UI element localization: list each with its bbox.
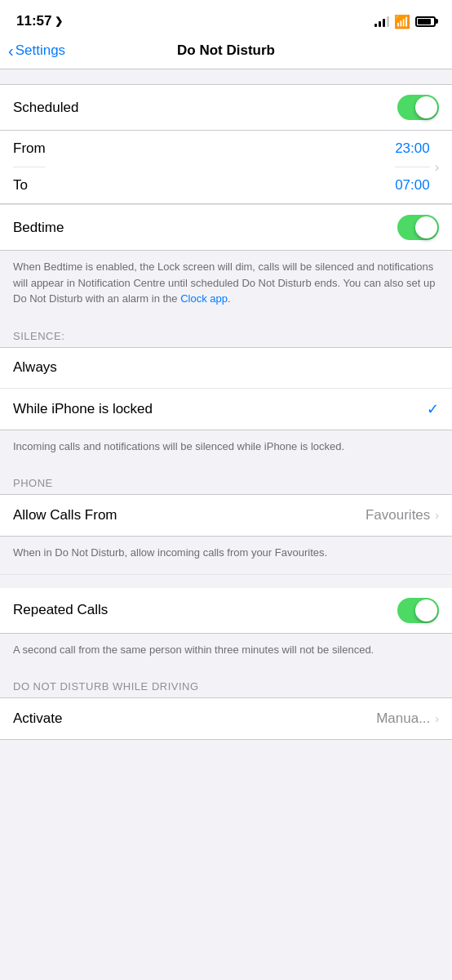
allow-calls-label: Allow Calls From: [13, 507, 117, 523]
status-bar: 11:57 ❯ 📶: [0, 0, 452, 36]
signal-bar-1: [374, 24, 377, 27]
scheduled-label: Scheduled: [13, 100, 78, 116]
always-label: Always: [13, 359, 57, 376]
to-value: 07:00: [395, 167, 430, 203]
activate-value-text: Manua...: [376, 710, 430, 727]
from-label: From: [13, 131, 46, 167]
status-time: 11:57 ❯: [16, 13, 63, 29]
signal-bar-2: [379, 21, 381, 27]
activate-label: Activate: [13, 710, 62, 727]
back-label: Settings: [16, 42, 65, 59]
from-to-values: 23:00 07:00: [395, 131, 430, 203]
nav-bar: ‹ Settings Do Not Disturb: [0, 36, 452, 69]
checkmark-icon: ✓: [427, 400, 439, 418]
repeated-calls-description: A second call from the same person withi…: [0, 634, 452, 671]
dnd-driving-header: DO NOT DISTURB WHILE DRIVING: [0, 674, 452, 697]
back-chevron-icon: ‹: [8, 42, 14, 60]
signal-bar-3: [383, 19, 385, 27]
wifi-icon: 📶: [394, 14, 410, 29]
signal-bar-4: [387, 16, 389, 27]
from-to-chevron-icon: ›: [430, 160, 439, 175]
allow-calls-desc-text: When in Do Not Disturb, allow incoming c…: [13, 546, 327, 559]
clock-app-link[interactable]: Clock app: [180, 292, 228, 305]
bottom-spacer: [0, 740, 452, 756]
page-title: Do Not Disturb: [177, 42, 275, 59]
repeated-calls-desc-text: A second call from the same person withi…: [13, 644, 374, 656]
scheduled-section: Scheduled: [0, 84, 452, 131]
silence-section: Always While iPhone is locked ✓: [0, 347, 452, 430]
allow-calls-description: When in Do Not Disturb, allow incoming c…: [0, 537, 452, 574]
from-to-section[interactable]: From To 23:00 07:00 ›: [0, 131, 452, 204]
location-icon: ❯: [55, 16, 63, 27]
repeated-calls-toggle-knob: [415, 599, 437, 621]
allow-calls-chevron-icon: ›: [435, 509, 439, 522]
while-locked-label: While iPhone is locked: [13, 401, 153, 417]
bedtime-section: Bedtime: [0, 205, 452, 251]
toggle-knob: [415, 96, 437, 118]
bedtime-toggle[interactable]: [397, 215, 439, 240]
allow-calls-value: Favourites ›: [366, 507, 439, 523]
allow-calls-row[interactable]: Allow Calls From Favourites ›: [0, 495, 452, 536]
signal-icon: [374, 16, 389, 27]
scheduled-toggle[interactable]: [397, 95, 439, 120]
repeated-calls-toggle[interactable]: [397, 598, 439, 623]
from-to-inner: From To 23:00 07:00 ›: [0, 131, 452, 203]
scheduled-row[interactable]: Scheduled: [0, 85, 452, 130]
activate-chevron-icon: ›: [435, 712, 439, 725]
to-label: To: [13, 167, 46, 203]
bedtime-toggle-knob: [415, 216, 437, 238]
silence-header: SILENCE:: [0, 323, 452, 347]
bedtime-label: Bedtime: [13, 220, 64, 236]
back-button[interactable]: ‹ Settings: [8, 42, 65, 60]
section-gap-top: [0, 69, 452, 84]
bedtime-row[interactable]: Bedtime: [0, 205, 452, 250]
status-icons: 📶: [374, 14, 436, 29]
activate-value: Manua... ›: [376, 710, 439, 727]
always-row[interactable]: Always: [0, 348, 452, 389]
repeated-calls-label: Repeated Calls: [13, 602, 108, 618]
phone-header: PHONE: [0, 470, 452, 494]
time-label: 11:57: [16, 13, 51, 29]
bedtime-description: When Bedtime is enabled, the Lock screen…: [0, 251, 452, 320]
battery-icon: [415, 16, 436, 27]
silence-desc-text: Incoming calls and notifications will be…: [13, 440, 344, 452]
from-value: 23:00: [395, 131, 430, 167]
from-to-labels: From To: [13, 131, 46, 203]
while-locked-row[interactable]: While iPhone is locked ✓: [0, 389, 452, 430]
from-to-right: 23:00 07:00 ›: [395, 131, 439, 203]
repeated-calls-row[interactable]: Repeated Calls: [0, 588, 452, 633]
repeated-calls-section: Repeated Calls: [0, 588, 452, 634]
divider-repeated: [0, 574, 452, 575]
allow-calls-section: Allow Calls From Favourites ›: [0, 494, 452, 537]
activate-row[interactable]: Activate Manua... ›: [0, 698, 452, 739]
silence-description: Incoming calls and notifications will be…: [0, 430, 452, 468]
bedtime-desc-after: .: [228, 292, 231, 305]
activate-section: Activate Manua... ›: [0, 697, 452, 740]
allow-calls-value-text: Favourites: [366, 507, 430, 523]
